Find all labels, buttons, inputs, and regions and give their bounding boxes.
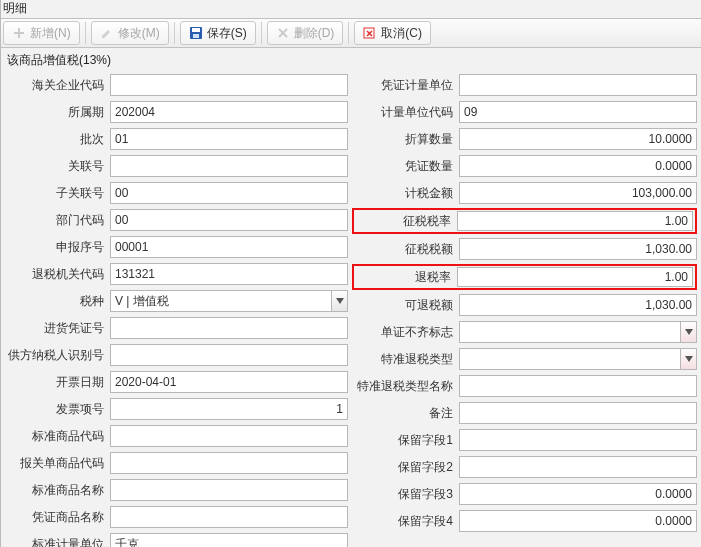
input-refund-rate[interactable] xyxy=(457,267,693,287)
input-tax-auth[interactable] xyxy=(110,263,348,285)
row-voucher-name: 凭证商品名称 xyxy=(5,505,348,529)
input-levy-rate[interactable] xyxy=(457,211,693,231)
input-invoice-date[interactable] xyxy=(110,371,348,393)
input-period[interactable] xyxy=(110,101,348,123)
label-batch: 批次 xyxy=(5,131,110,148)
label-levy-rate: 征税税率 xyxy=(352,208,457,234)
input-supplier-tin[interactable] xyxy=(110,344,348,366)
input-rsv1[interactable] xyxy=(459,429,697,451)
toolbar: 新增(N) 修改(M) 保存(S) 删除(D) 取消(C) xyxy=(1,18,701,48)
label-dept-code: 部门代码 xyxy=(5,212,110,229)
label-refundable: 可退税额 xyxy=(354,297,459,314)
cancel-button[interactable]: 取消(C) xyxy=(354,21,431,45)
row-in-voucher: 进货凭证号 xyxy=(5,316,348,340)
row-std-name: 标准商品名称 xyxy=(5,478,348,502)
input-remark[interactable] xyxy=(459,402,697,424)
label-tax-auth: 退税机关代码 xyxy=(5,266,110,283)
row-sub-link: 子关联号 xyxy=(5,181,348,205)
row-std-unit: 标准计量单位 xyxy=(5,532,348,547)
row-period: 所属期 xyxy=(5,100,348,124)
input-levy-tax[interactable] xyxy=(459,238,697,260)
row-remark: 备注 xyxy=(354,401,697,425)
label-voucher-qty: 凭证数量 xyxy=(354,158,459,175)
input-voucher-name[interactable] xyxy=(110,506,348,528)
input-link-no[interactable] xyxy=(110,155,348,177)
x-icon xyxy=(276,26,290,40)
input-batch[interactable] xyxy=(110,128,348,150)
label-doc-flag: 单证不齐标志 xyxy=(354,324,459,341)
input-conv-qty[interactable] xyxy=(459,128,697,150)
input-decl-no[interactable] xyxy=(110,236,348,258)
toolbar-divider xyxy=(261,22,262,44)
right-column: 凭证计量单位 计量单位代码 折算数量 凭证数量 计税金额 征税税率 xyxy=(354,73,697,547)
save-button[interactable]: 保存(S) xyxy=(180,21,256,45)
input-std-code[interactable] xyxy=(110,425,348,447)
toolbar-divider xyxy=(348,22,349,44)
delete-label: 删除(D) xyxy=(294,25,335,42)
row-levy-rate: 征税税率 xyxy=(354,208,697,234)
label-levy-tax: 征税税额 xyxy=(354,241,459,258)
input-tax-amount[interactable] xyxy=(459,182,697,204)
vat-header: 该商品增值税(13%) xyxy=(1,48,701,73)
input-rsv4[interactable] xyxy=(459,510,697,532)
chevron-down-icon xyxy=(331,291,347,311)
label-rsv3: 保留字段3 xyxy=(354,486,459,503)
toolbar-divider xyxy=(85,22,86,44)
input-in-voucher[interactable] xyxy=(110,317,348,339)
label-voucher-name: 凭证商品名称 xyxy=(5,509,110,526)
input-rsv3[interactable] xyxy=(459,483,697,505)
input-sub-link[interactable] xyxy=(110,182,348,204)
input-refundable[interactable] xyxy=(459,294,697,316)
label-std-code: 标准商品代码 xyxy=(5,428,110,445)
chevron-down-icon xyxy=(680,322,696,342)
add-button[interactable]: 新增(N) xyxy=(3,21,80,45)
edit-button[interactable]: 修改(M) xyxy=(91,21,169,45)
input-special-name[interactable] xyxy=(459,375,697,397)
row-levy-tax: 征税税额 xyxy=(354,237,697,261)
row-special-type: 特准退税类型 xyxy=(354,347,697,371)
row-tax-auth: 退税机关代码 xyxy=(5,262,348,286)
combo-doc-flag[interactable] xyxy=(459,321,697,343)
delete-button[interactable]: 删除(D) xyxy=(267,21,344,45)
save-label: 保存(S) xyxy=(207,25,247,42)
row-special-name: 特准退税类型名称 xyxy=(354,374,697,398)
input-std-unit[interactable] xyxy=(110,533,348,547)
input-voucher-qty[interactable] xyxy=(459,155,697,177)
input-unit-code[interactable] xyxy=(459,101,697,123)
row-tax-amount: 计税金额 xyxy=(354,181,697,205)
label-tax-amount: 计税金额 xyxy=(354,185,459,202)
label-customs-code: 海关企业代码 xyxy=(5,77,110,94)
input-rsv2[interactable] xyxy=(459,456,697,478)
label-decl-no: 申报序号 xyxy=(5,239,110,256)
label-voucher-unit: 凭证计量单位 xyxy=(354,77,459,94)
label-rsv2: 保留字段2 xyxy=(354,459,459,476)
add-label: 新增(N) xyxy=(30,25,71,42)
row-voucher-qty: 凭证数量 xyxy=(354,154,697,178)
input-voucher-unit[interactable] xyxy=(459,74,697,96)
combo-tax-type-text: V | 增值税 xyxy=(111,293,331,310)
svg-rect-1 xyxy=(192,28,200,32)
input-form-code[interactable] xyxy=(110,452,348,474)
label-period: 所属期 xyxy=(5,104,110,121)
row-tax-type: 税种 V | 增值税 xyxy=(5,289,348,313)
row-decl-no: 申报序号 xyxy=(5,235,348,259)
plus-icon xyxy=(12,26,26,40)
label-unit-code: 计量单位代码 xyxy=(354,104,459,121)
row-doc-flag: 单证不齐标志 xyxy=(354,320,697,344)
row-rsv4: 保留字段4 xyxy=(354,509,697,533)
combo-tax-type[interactable]: V | 增值税 xyxy=(110,290,348,312)
row-dept-code: 部门代码 xyxy=(5,208,348,232)
label-sub-link: 子关联号 xyxy=(5,185,110,202)
label-conv-qty: 折算数量 xyxy=(354,131,459,148)
row-batch: 批次 xyxy=(5,127,348,151)
row-refund-rate: 退税率 xyxy=(354,264,697,290)
input-customs-code[interactable] xyxy=(110,74,348,96)
row-rsv3: 保留字段3 xyxy=(354,482,697,506)
cancel-icon xyxy=(363,26,377,40)
input-invoice-item[interactable] xyxy=(110,398,348,420)
row-refundable: 可退税额 xyxy=(354,293,697,317)
input-dept-code[interactable] xyxy=(110,209,348,231)
row-customs-code: 海关企业代码 xyxy=(5,73,348,97)
input-std-name[interactable] xyxy=(110,479,348,501)
combo-special-type[interactable] xyxy=(459,348,697,370)
